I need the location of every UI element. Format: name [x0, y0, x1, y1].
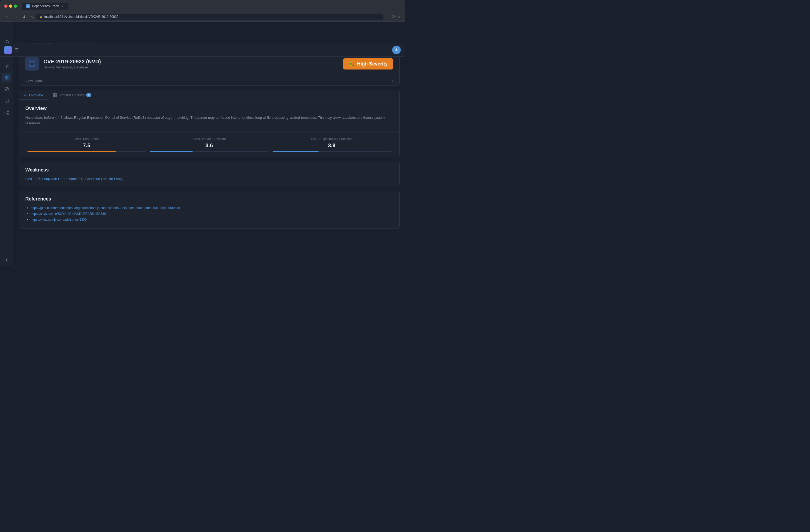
sidebar-toggle[interactable]: ❮: [5, 258, 8, 262]
home-button[interactable]: ⌂: [29, 14, 34, 19]
references-title: References: [25, 196, 393, 202]
cvss-exploit: CVSS Exploitability Subscore 3.9: [271, 137, 393, 152]
cvss-base-value: 7.5: [25, 143, 148, 149]
svg-line-16: [6, 112, 7, 112]
cvss-scores: CVSS Base Score 7.5 CVSS Impact Subscore…: [19, 132, 400, 157]
cvss-impact-fill: [150, 151, 193, 152]
svg-rect-19: [55, 94, 56, 95]
overview-title: Overview: [25, 106, 393, 111]
severity-icon: 🐛: [349, 61, 354, 67]
bookmark-button[interactable]: ☆: [397, 15, 401, 19]
nav-bar: ← → ↺ ⌂ 🔒 localhost:8081/vulnerabilities…: [0, 12, 405, 21]
browser-actions: ··· 🛡 ☆: [386, 15, 401, 19]
weakness-link[interactable]: CWE-835: Loop with Unreachable Exit Cond…: [25, 177, 123, 181]
ref-link-1[interactable]: https://github.com/handlebars-lang/handl…: [31, 206, 180, 210]
ref-link-2[interactable]: https://snyk.io/vuln/SNYK-JS-HANDLEBARS-…: [31, 212, 106, 216]
tab-favicon: D: [26, 4, 30, 8]
svg-rect-21: [55, 95, 56, 97]
tab-close-button[interactable]: ×: [61, 4, 65, 8]
cvss-impact: CVSS Impact Subscore 3.6: [148, 137, 271, 152]
ref-link-3[interactable]: https://www.npmjs.com/advisories/1300: [31, 218, 86, 221]
cvss-exploit-label: CVSS Exploitability Subscore: [271, 137, 393, 141]
minimize-button[interactable]: [9, 4, 12, 8]
app-logo: [4, 46, 12, 54]
cvss-base-fill: [28, 151, 116, 152]
menu-toggle[interactable]: ☰: [15, 47, 19, 52]
weakness-card: Weakness CWE-835: Loop with Unreachable …: [19, 162, 400, 186]
overview-card: Overview Affected Projects 2 Overview Ha…: [19, 90, 400, 157]
maximize-button[interactable]: [14, 4, 17, 8]
svg-point-14: [7, 111, 9, 112]
tab-affected-projects[interactable]: Affected Projects 2: [48, 90, 96, 100]
cvss-exploit-fill: [273, 151, 319, 152]
tab-label: Dependency-Track: [32, 4, 59, 8]
sidebar-item-vulnerabilities[interactable]: [2, 73, 12, 82]
title-bar: D Dependency-Track × +: [0, 0, 405, 12]
app-header: ☰: [0, 44, 405, 57]
sidebar-item-components[interactable]: [2, 61, 12, 70]
vuln-title: CVE-2019-20922 (NVD): [44, 59, 101, 65]
url-text: localhost:8081/vulnerabilities/NVD/CVE-2…: [44, 15, 118, 19]
view-details-bar[interactable]: View Details ›: [19, 76, 400, 85]
user-avatar[interactable]: [392, 46, 401, 54]
svg-rect-18: [53, 94, 54, 95]
reload-button[interactable]: ↺: [21, 14, 27, 19]
tab-overview-label: Overview: [29, 93, 44, 97]
weakness-section: Weakness CWE-835: Loop with Unreachable …: [19, 162, 400, 186]
lock-icon: 🔒: [39, 15, 43, 18]
shield-button[interactable]: 🛡: [391, 15, 395, 19]
more-button[interactable]: ···: [386, 15, 389, 19]
view-details-arrow: ›: [392, 79, 393, 83]
back-button[interactable]: ←: [4, 14, 10, 19]
list-item: https://github.com/handlebars-lang/handl…: [31, 205, 393, 210]
svg-rect-20: [53, 95, 54, 97]
cvss-exploit-value: 3.9: [271, 143, 393, 149]
svg-line-17: [6, 113, 7, 114]
severity-text: High Severity: [357, 61, 388, 67]
svg-point-7: [6, 65, 7, 67]
cvss-base-label: CVSS Base Score: [25, 137, 148, 141]
tab-affected-label: Affected Projects: [58, 93, 84, 97]
references-list: https://github.com/handlebars-lang/handl…: [25, 205, 393, 221]
list-item: https://www.npmjs.com/advisories/1300: [31, 217, 393, 221]
cvss-impact-track: [150, 151, 268, 152]
tabs-nav: Overview Affected Projects 2: [19, 90, 400, 100]
cvss-impact-value: 3.6: [148, 143, 271, 149]
tabs-bar: D Dependency-Track × +: [22, 3, 401, 10]
vulnerability-header-card: CVE-2019-20922 (NVD) National Vulnerabil…: [19, 52, 400, 86]
browser-tab[interactable]: D Dependency-Track ×: [22, 3, 68, 10]
window-controls: [4, 4, 17, 8]
vuln-info: CVE-2019-20922 (NVD) National Vulnerabil…: [25, 57, 101, 70]
references-section: References https://github.com/handlebars…: [19, 191, 400, 229]
cvss-base-track: [28, 151, 146, 152]
severity-badge: 🐛 High Severity: [343, 58, 393, 69]
sidebar-item-audit[interactable]: [2, 96, 12, 106]
tab-overview[interactable]: Overview: [19, 90, 48, 100]
overview-section: Overview Handlebars before 4.4.5 allows …: [19, 100, 400, 132]
cvss-impact-label: CVSS Impact Subscore: [148, 137, 271, 141]
sidebar-item-policy[interactable]: [2, 84, 12, 94]
browser-chrome: D Dependency-Track × + ← → ↺ ⌂ 🔒 localho…: [0, 0, 405, 21]
svg-point-13: [5, 112, 6, 113]
svg-point-0: [396, 48, 397, 50]
close-button[interactable]: [4, 4, 7, 8]
forward-button[interactable]: →: [13, 14, 19, 19]
view-details-label: View Details: [25, 79, 44, 83]
vuln-subtitle: National Vulnerability Database: [44, 66, 101, 69]
weakness-title: Weakness: [25, 167, 393, 173]
cvss-base: CVSS Base Score 7.5: [25, 137, 148, 152]
address-bar[interactable]: 🔒 localhost:8081/vulnerabilities/NVD/CVE…: [36, 14, 384, 20]
references-card: References https://github.com/handlebars…: [19, 190, 400, 229]
vuln-icon: [25, 57, 39, 70]
overview-description: Handlebars before 4.4.5 allows Regular E…: [25, 115, 393, 126]
vuln-title-area: CVE-2019-20922 (NVD) National Vulnerabil…: [44, 59, 101, 69]
svg-point-15: [7, 113, 9, 115]
list-item: https://snyk.io/vuln/SNYK-JS-HANDLEBARS-…: [31, 212, 393, 216]
sidebar: ❮: [0, 21, 13, 266]
main-content: Home / Vulnerabilities / CVE-2019-20922 …: [13, 35, 405, 266]
svg-point-2: [6, 42, 7, 43]
sidebar-item-integrations[interactable]: [2, 108, 12, 117]
new-tab-button[interactable]: +: [70, 3, 74, 9]
cvss-exploit-track: [273, 151, 391, 152]
tab-badge: 2: [86, 93, 92, 97]
